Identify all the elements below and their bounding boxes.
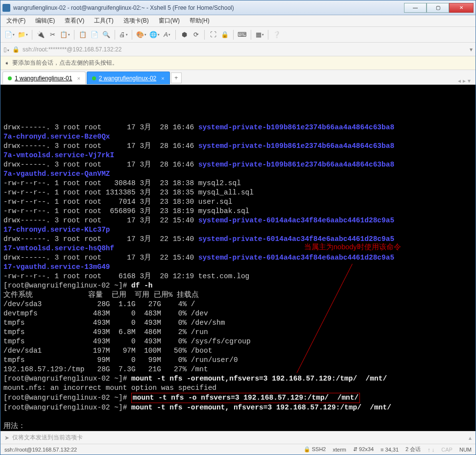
terminal-line: devtmpfs 483M 0 483M 0% /dev (3, 309, 473, 318)
separator (74, 30, 74, 40)
menu-view[interactable]: 查看(V) (63, 16, 86, 26)
status-arrows: ↑ ↓ (428, 447, 434, 453)
open-icon[interactable]: 📁▾ (17, 29, 29, 40)
titlebar[interactable]: wangrufienglinux-02 - root@wangruifengli… (0, 0, 476, 15)
window-controls: — ▢ ✕ (404, 3, 474, 13)
terminal-line: drwx------. 3 root root 17 3月 28 16:46 s… (3, 123, 473, 132)
terminal-line: 用法： (3, 422, 473, 431)
terminal-line: 7a-vgauthd.service-QanVMZ (3, 169, 473, 179)
paste-icon[interactable]: 📄 (89, 29, 100, 40)
addr-caret-icon[interactable]: ▾ (470, 46, 473, 53)
terminal-line: -rw-r--r--. 1 root root 7014 3月 23 18:30… (3, 197, 473, 207)
close-button[interactable]: ✕ (449, 3, 474, 13)
tab-list-icon[interactable]: ▾ (468, 77, 471, 84)
status-caps: CAP (441, 447, 452, 453)
menu-file[interactable]: 文件(F) (4, 16, 27, 26)
sendbar: ➤ 仅将文本发送到当前选项卡 ▴ (0, 431, 476, 444)
status-num: NUM (459, 447, 472, 453)
separator (233, 30, 234, 40)
terminal-line: -rw-r--r--. 1 root root 1313385 3月 23 18… (3, 188, 473, 197)
minimize-button[interactable]: — (404, 3, 427, 13)
refresh-icon[interactable]: ⟳ (190, 29, 201, 40)
menubar: 文件(F) 编辑(E) 查看(V) 工具(T) 选项卡(B) 窗口(W) 帮助(… (0, 15, 476, 27)
terminal-line: [root@wangruifenglinux-02 ~]# df -h (3, 281, 473, 290)
terminal-line: -rw-r--r--. 1 root root 656896 3月 23 18:… (3, 207, 473, 216)
tab-close-icon[interactable]: × (161, 75, 164, 81)
terminal-line: [root@wangruifenglinux-02 ~]# mount -t n… (3, 374, 473, 383)
separator (132, 30, 132, 40)
status-size: ⇵ 92x34 (353, 446, 374, 453)
toolbar: 📄▾ 📁▾ 🔌 ✂ 📋▾ 📋 📄 🔍 🖨▾ 🎨▾ 🌐▾ A▾ ⬢ ⟳ ⛶ 🔒 ⌨… (0, 27, 476, 43)
tab-next-icon[interactable]: ▸ (463, 77, 466, 84)
props-icon[interactable]: 📋▾ (59, 29, 71, 40)
terminal-line: -rw-r--r--. 1 root root 6168 3月 20 12:19… (3, 272, 473, 281)
menu-help[interactable]: 帮助(H) (188, 16, 212, 26)
tab-close-icon[interactable]: × (77, 75, 80, 81)
font-icon[interactable]: A▾ (162, 29, 172, 40)
terminal-line: /dev/sda3 28G 1.1G 27G 4% / (3, 300, 473, 309)
terminal-line: 文件系统 容量 已用 可用 已用% 挂载点 (3, 290, 473, 300)
terminal-line: drwx------. 3 root root 17 3月 22 15:40 s… (3, 253, 473, 263)
terminal-line: drwx------. 3 root root 17 3月 22 15:40 s… (3, 216, 473, 225)
info-arrow-icon[interactable]: ➧ (4, 60, 9, 67)
addressbar: ▯▾ 🔒 ssh://root:********@192.168.57.132:… (0, 43, 476, 56)
layout-icon[interactable]: ▦▾ (254, 29, 265, 40)
terminal-line: drwx------. 3 root root 17 3月 28 16:46 s… (3, 160, 473, 169)
lock-icon[interactable]: 🔒 (219, 29, 230, 40)
status-dot-icon (8, 76, 12, 80)
tab-label: 2 wangrufienglinux-02 (99, 75, 156, 82)
terminal-line: [root@wangruifenglinux-02 ~]# mount -t n… (3, 403, 473, 412)
terminal-line: 192.168.57.129:/tmp 28G 7.3G 21G 27% /mn… (3, 365, 473, 374)
send-icon[interactable]: ➤ (4, 434, 9, 441)
terminal-line: 17-vmtoolsd.service-hsQ8hf (3, 244, 473, 253)
send-text[interactable]: 仅将文本发送到当前选项卡 (12, 433, 83, 442)
separator (32, 30, 32, 40)
terminal-line: 17-vgauthd.service-13mG49 (3, 263, 473, 272)
infobar: ➧ 要添加当前会话，点击左侧的箭头按钮。 (0, 56, 476, 70)
terminal-line: 7a-vmtoolsd.service-Vj7rkI (3, 151, 473, 160)
status-connection: ssh://root@192.168.57.132:22 (4, 447, 77, 453)
addr-dropdown-icon[interactable]: ▯▾ (3, 46, 9, 53)
disconnect-icon[interactable]: ✂ (47, 29, 58, 40)
terminal-line: 7a-chronyd.service-Bze0Qx (3, 132, 473, 142)
help-icon[interactable]: ❔ (271, 29, 282, 40)
app-icon (2, 4, 10, 12)
tab-prev-icon[interactable]: ◂ (458, 77, 461, 84)
menu-edit[interactable]: 编辑(E) (33, 16, 57, 26)
tab-add-button[interactable]: + (171, 72, 182, 83)
info-text: 要添加当前会话，点击左侧的箭头按钮。 (12, 59, 118, 67)
separator (268, 30, 268, 40)
menu-tabs[interactable]: 选项卡(B) (121, 16, 151, 26)
terminal[interactable]: 当属主为nobody时使用该命令 drwx------. 3 root root… (0, 85, 476, 431)
terminal-line: 17-chronyd.service-KLc37p (3, 225, 473, 235)
keyboard-icon[interactable]: ⌨ (237, 29, 248, 40)
send-caret-icon[interactable]: ▴ (469, 434, 472, 441)
separator (204, 30, 205, 40)
print-icon[interactable]: 🖨▾ (118, 29, 129, 40)
new-session-icon[interactable]: 📄▾ (3, 29, 16, 40)
session-tab-0[interactable]: 1 wangrufienglinux-01× (2, 72, 86, 84)
window-title: wangrufienglinux-02 - root@wangruifengli… (13, 4, 404, 11)
tab-label: 1 wangrufienglinux-01 (15, 75, 72, 82)
status-sessions: 2 会话 (405, 446, 421, 453)
menu-window[interactable]: 窗口(W) (157, 16, 182, 26)
terminal-line: [root@wangruifenglinux-02 ~]# mount -t n… (3, 393, 473, 403)
maximize-button[interactable]: ▢ (427, 3, 449, 13)
address-text[interactable]: ssh://root:********@192.168.57.132:22 (23, 46, 467, 53)
globe-icon[interactable]: 🌐▾ (148, 29, 161, 40)
fullscreen-icon[interactable]: ⛶ (208, 29, 218, 40)
session-tab-1[interactable]: 2 wangrufienglinux-02× (87, 72, 170, 84)
terminal-line: drwx------. 3 root root 17 3月 28 16:46 s… (3, 142, 473, 151)
highlighted-command: mount -t nfs -o nfsvers=3 192.168.57.129… (131, 393, 360, 403)
script-icon[interactable]: ⬢ (179, 29, 190, 40)
terminal-line: tmpfs 99M 0 99M 0% /run/user/0 (3, 356, 473, 365)
terminal-line: drwx------. 3 root root 17 3月 22 15:40 s… (3, 235, 473, 244)
copy-icon[interactable]: 📋 (77, 29, 88, 40)
color-icon[interactable]: 🎨▾ (135, 29, 147, 40)
separator (175, 30, 176, 40)
tabs-row: 1 wangrufienglinux-01×2 wangrufienglinux… (0, 70, 476, 85)
reconnect-icon[interactable]: 🔌 (35, 29, 46, 40)
menu-tools[interactable]: 工具(T) (92, 16, 115, 26)
terminal-line: /dev/sda1 197M 97M 100M 50% /boot (3, 346, 473, 356)
find-icon[interactable]: 🔍 (101, 29, 112, 40)
